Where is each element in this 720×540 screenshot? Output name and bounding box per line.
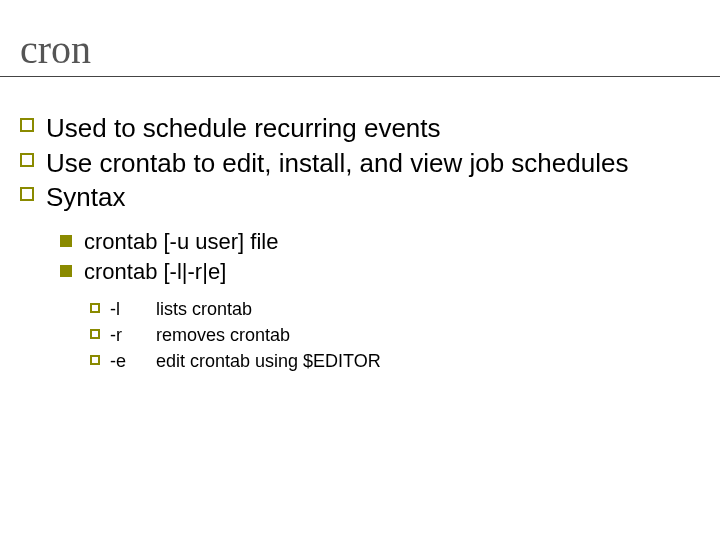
bullet-level1: Used to schedule recurring events [20, 112, 700, 145]
bullet-level2: crontab [-l|-r|e] [60, 258, 700, 287]
flags-list: -l lists crontab -r removes crontab -e e… [90, 297, 700, 374]
filled-square-icon [60, 235, 72, 247]
bullet-level3: -l lists crontab [90, 297, 700, 321]
hollow-square-icon [90, 355, 100, 365]
title-rule [0, 76, 720, 77]
bullet-text: Use crontab to edit, install, and view j… [46, 148, 628, 178]
syntax-text: crontab [-l|-r|e] [84, 259, 226, 284]
slide-body: Used to schedule recurring events Use cr… [20, 110, 700, 376]
bullet-text: Syntax [46, 182, 126, 212]
filled-square-icon [60, 265, 72, 277]
flag-name: -l [110, 297, 156, 321]
title-area: cron [0, 30, 720, 85]
hollow-square-icon [20, 118, 34, 132]
flag-name: -r [110, 323, 156, 347]
bullet-level1: Syntax [20, 181, 700, 214]
flag-desc: removes crontab [156, 323, 700, 347]
hollow-square-icon [20, 153, 34, 167]
bullet-level3: -e edit crontab using $EDITOR [90, 349, 700, 373]
slide-title: cron [0, 30, 720, 70]
bullet-level1: Use crontab to edit, install, and view j… [20, 147, 700, 180]
syntax-list: crontab [-u user] file crontab [-l|-r|e]… [60, 228, 700, 374]
bullet-text: Used to schedule recurring events [46, 113, 441, 143]
hollow-square-icon [90, 303, 100, 313]
hollow-square-icon [90, 329, 100, 339]
flag-desc: edit crontab using $EDITOR [156, 349, 700, 373]
hollow-square-icon [20, 187, 34, 201]
bullet-level3: -r removes crontab [90, 323, 700, 347]
flag-desc: lists crontab [156, 297, 700, 321]
slide: cron Used to schedule recurring events U… [0, 0, 720, 540]
bullet-level2: crontab [-u user] file [60, 228, 700, 257]
flag-name: -e [110, 349, 156, 373]
syntax-text: crontab [-u user] file [84, 229, 278, 254]
